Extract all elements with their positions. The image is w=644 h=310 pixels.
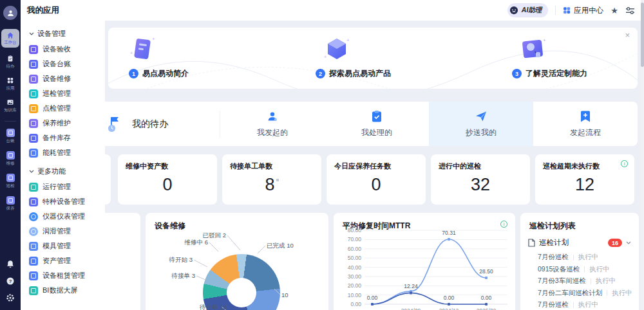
checklist-icon <box>6 174 15 182</box>
stat-overdue-inspections[interactable]: 巡检超期未执行数 12 i <box>535 154 634 205</box>
stat-value: 8 <box>230 175 314 195</box>
svg-text:2024/12: 2024/12 <box>439 307 459 310</box>
scrollbar-thumb[interactable] <box>641 3 644 67</box>
sidebar-item-label: 备件库存 <box>43 133 71 143</box>
svg-text:20.00: 20.00 <box>348 282 362 289</box>
tool-icon <box>29 119 38 128</box>
section-header-label: 更多功能 <box>37 167 66 176</box>
sidebar-item-spare-parts[interactable]: 备件库存 <box>29 131 105 145</box>
help-icon[interactable]: ? <box>6 277 15 286</box>
sidebar-item-inspection-mgmt[interactable]: 巡检管理 <box>29 86 105 101</box>
bell-icon[interactable] <box>6 260 15 269</box>
tab-label: 发起流程 <box>570 127 601 138</box>
svg-text:28.50: 28.50 <box>479 268 493 275</box>
banner-step-1[interactable]: 1 易点易动简介 <box>129 68 189 79</box>
divider <box>584 266 585 272</box>
sidebar-item-label: 设备租赁管理 <box>43 271 85 280</box>
plan-group-row[interactable]: 巡检计划 16 <box>520 232 639 248</box>
svg-text:0.00: 0.00 <box>481 295 492 301</box>
tab-start-process[interactable]: 发起流程 <box>533 102 638 146</box>
svg-text:+: + <box>543 37 546 43</box>
sidebar-item-device-ledger[interactable]: 设备台账 <box>29 57 105 71</box>
rail-item-ledger[interactable]: 台账 <box>6 129 15 144</box>
list-item[interactable]: 0915设备巡检执行中 <box>538 264 639 276</box>
tab-handled-by-me[interactable]: 我处理的 <box>325 102 429 146</box>
divider <box>607 290 607 296</box>
wrench-icon <box>29 75 38 84</box>
svg-text:70.00: 70.00 <box>348 236 362 242</box>
mttr-chart-card: 平均修复时间MTTR i 0.0010.0020.0030.0040.0050.… <box>334 213 515 310</box>
sidebar-item-operation-mgmt[interactable]: 运行管理 <box>29 179 105 194</box>
bolt-icon <box>29 149 38 158</box>
favorite-star-icon[interactable]: ★ <box>611 6 618 15</box>
rail-item-todo[interactable]: 待办 <box>6 55 15 69</box>
clipboard-check-icon <box>371 110 383 123</box>
ai-assistant-button[interactable]: AI助理 <box>507 3 549 17</box>
list-item[interactable]: 7月份巡检执行中 <box>538 251 639 264</box>
list-item[interactable]: 7月份二车间巡检计划执行中 <box>538 287 639 300</box>
sidebar-item-device-acceptance[interactable]: 设备验收 <box>29 42 105 57</box>
preferences-icon[interactable] <box>625 6 635 15</box>
sidebar-item-label: 点检管理 <box>43 104 71 113</box>
gear-icon[interactable] <box>6 293 15 302</box>
robot-icon <box>509 6 518 15</box>
image-icon <box>6 98 14 106</box>
chevron-down-icon[interactable] <box>626 241 631 244</box>
green-info-icon[interactable]: i <box>621 160 628 167</box>
sidebar-item-label: 保养维护 <box>43 118 71 128</box>
list-item[interactable]: 7月份3车间巡检执行中 <box>538 275 639 287</box>
ai-assistant-label: AI助理 <box>522 6 542 15</box>
svg-text:40.00: 40.00 <box>348 264 362 271</box>
sidebar-item-spot-check-mgmt[interactable]: 点检管理 <box>29 101 105 116</box>
stat-label: 进行中的巡检 <box>439 161 522 171</box>
sidebar-item-device-repair[interactable]: 设备维修 <box>29 71 105 86</box>
rail-item-apps[interactable]: 应用 <box>6 77 15 91</box>
stat-cards: 维修中资产数 0 待接单工单数 8 今日应保养任务数 0 进行中的巡检 32 巡… <box>118 154 634 205</box>
plan-name: 7月份巡检 <box>538 300 569 309</box>
sidebar-item-label: 能耗管理 <box>43 148 71 158</box>
rail-item-maintenance[interactable]: 保养 <box>6 196 15 212</box>
sidebar-item-bi-dashboard[interactable]: BI数据大屏 <box>29 283 105 298</box>
stat-inspections-in-progress[interactable]: 进行中的巡检 32 <box>431 154 530 205</box>
sidebar-section-device-mgmt[interactable]: 设备管理 <box>29 29 105 39</box>
banner-step-3[interactable]: 3 了解灵活定制能力 <box>512 68 587 79</box>
sidebar-item-instrument-mgmt[interactable]: 仪器仪表管理 <box>29 209 105 224</box>
rail-item-repair[interactable]: 维修 <box>6 151 15 167</box>
tab-initiated-by-me[interactable]: 我发起的 <box>220 102 325 146</box>
grid-icon <box>6 77 14 84</box>
rail-item-knowledge[interactable]: 知识库 <box>4 98 17 113</box>
app-center-button[interactable]: 应用中心 <box>563 6 603 15</box>
list-item[interactable]: 7月份巡检执行中 <box>538 299 639 310</box>
tab-cc-to-me[interactable]: 抄送我的 <box>429 102 533 146</box>
sidebar-section-more[interactable]: 更多功能 <box>29 167 105 176</box>
divider <box>573 302 574 308</box>
close-icon[interactable]: × <box>625 30 630 40</box>
sidebar-item-maintenance[interactable]: 保养维护 <box>29 116 105 131</box>
tab-label: 我处理的 <box>361 127 392 138</box>
sidebar-item-energy-mgmt[interactable]: 能耗管理 <box>29 145 105 160</box>
rail-item-workbench[interactable]: 工作台 <box>1 29 19 48</box>
mttr-plot[interactable]: 0.0010.0020.0030.0040.0050.0060.0070.008… <box>337 227 511 310</box>
sidebar: 设备管理 设备验收 设备台账 设备维修 巡检管理 点检管理 保养维护 备件库存 … <box>21 21 105 310</box>
rail-item-inspection[interactable]: 巡检 <box>6 174 15 189</box>
clipped-card-sliver <box>105 154 111 205</box>
sidebar-item-special-device-mgmt[interactable]: 特种设备管理 <box>29 194 105 209</box>
sidebar-item-device-rental-mgmt[interactable]: 设备租赁管理 <box>29 268 105 283</box>
sidebar-item-mold-mgmt[interactable]: 模具管理 <box>29 239 105 253</box>
banner-step-2[interactable]: 2 探索易点易动产品 <box>316 68 391 79</box>
step-number: 2 <box>316 69 325 78</box>
svg-text:?: ? <box>9 278 12 284</box>
svg-text:2025/02: 2025/02 <box>477 307 497 310</box>
avatar[interactable] <box>3 6 17 20</box>
stat-assets-in-repair[interactable]: 维修中资产数 0 <box>118 154 217 205</box>
stat-label: 今日应保养任务数 <box>334 161 418 171</box>
svg-text:0.00: 0.00 <box>444 295 455 301</box>
sidebar-item-lubrication-mgmt[interactable]: 润滑管理 <box>29 224 105 239</box>
sidebar-item-label: 设备验收 <box>43 44 71 54</box>
sidebar-item-asset-mgmt[interactable]: 资产管理 <box>29 253 105 268</box>
plan-status: 执行中 <box>578 253 599 262</box>
sidebar-item-label: 设备台账 <box>43 59 71 69</box>
stat-pending-work-orders[interactable]: 待接单工单数 8 <box>222 154 321 205</box>
stat-maintenance-tasks-today[interactable]: 今日应保养任务数 0 <box>327 154 426 205</box>
stat-superscript-dot <box>276 179 279 181</box>
